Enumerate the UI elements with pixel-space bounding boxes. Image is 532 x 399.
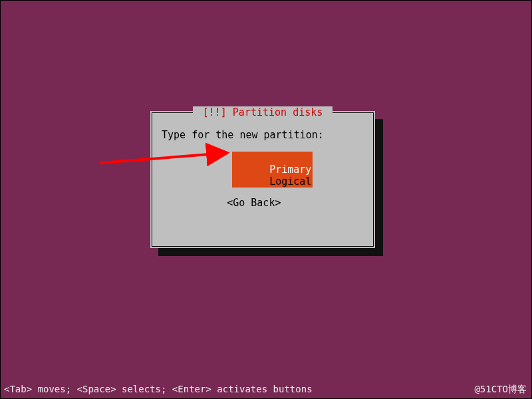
go-back-label: <Go Back> [227,197,281,209]
dialog-title-text: [!!] Partition disks [203,106,323,118]
go-back-button[interactable]: <Go Back> [191,185,281,221]
dialog-title-wrap: [!!] Partition disks [152,106,373,118]
partition-type-dialog: [!!] Partition disks Type for the new pa… [150,111,375,248]
dialog-title: [!!] Partition disks [193,106,333,118]
dialog-frame: [!!] Partition disks Type for the new pa… [152,112,374,247]
dialog-prompt: Type for the new partition: [162,129,324,141]
watermark: @51CTO博客 [474,384,527,395]
help-line: <Tab> moves; <Space> selects; <Enter> ac… [4,384,313,395]
